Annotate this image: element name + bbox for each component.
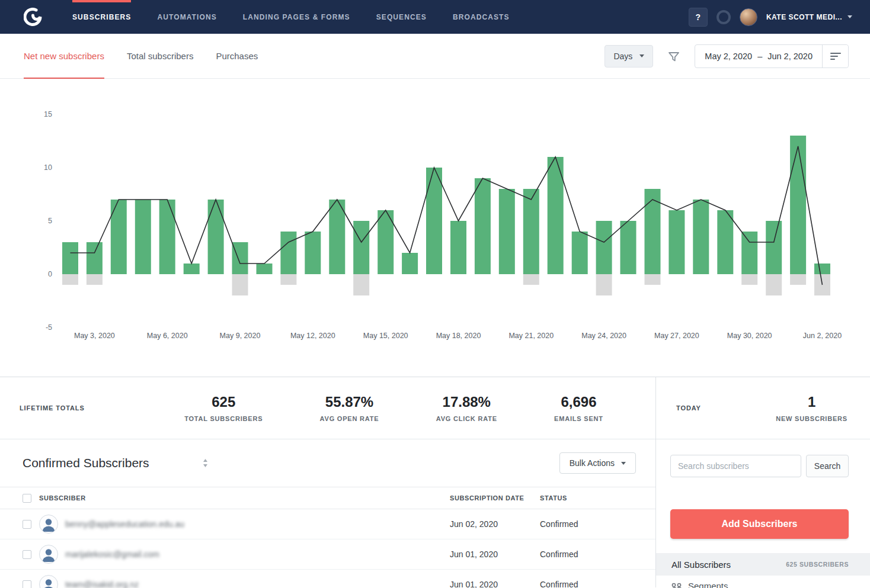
subscriber-email[interactable]: benny@appleseducation.edu.au: [65, 519, 443, 529]
stat-total-subscribers: 625 TOTAL SUBSCRIBERS: [184, 394, 263, 422]
search-input[interactable]: [670, 455, 801, 477]
subscription-date: Jun 01, 2020: [450, 550, 533, 559]
column-header-date: SUBSCRIPTION DATE: [450, 494, 533, 502]
chart-controls: Days May 2, 2020 – Jun 2, 2020: [604, 44, 849, 68]
select-all-checkbox[interactable]: [23, 494, 31, 503]
net-new-subscribers-chart[interactable]: 151050-5May 3, 2020May 6, 2020May 9, 202…: [0, 79, 870, 377]
stat-label: AVG CLICK RATE: [436, 415, 497, 422]
row-checkbox[interactable]: [23, 580, 31, 588]
nav-right-cluster: ? KATE SCOTT MEDI...: [689, 8, 852, 27]
subscriber-search: Search: [670, 455, 849, 477]
date-range-separator: –: [757, 52, 762, 61]
sort-lines-icon: [830, 52, 841, 61]
table-row[interactable]: marijalekosic@gmail.com Jun 01, 2020 Con…: [0, 539, 655, 570]
segments-icon: [671, 582, 682, 588]
add-subscribers-button[interactable]: Add Subscribers: [670, 509, 849, 539]
account-menu[interactable]: KATE SCOTT MEDI...: [766, 13, 852, 21]
status-value: Confirmed: [540, 519, 647, 529]
interval-select-value: Days: [613, 52, 632, 61]
date-range-control: May 2, 2020 – Jun 2, 2020: [695, 44, 849, 68]
nav-item-subscribers[interactable]: SUBSCRIBERS: [72, 0, 131, 34]
account-name: KATE SCOTT MEDI...: [766, 13, 842, 21]
nav-item-broadcasts[interactable]: BROADCASTS: [453, 0, 510, 34]
stat-avg-click-rate: 17.88% AVG CLICK RATE: [436, 394, 497, 422]
help-button[interactable]: ?: [689, 8, 708, 27]
svg-text:May 3, 2020: May 3, 2020: [74, 332, 115, 340]
svg-text:May 6, 2020: May 6, 2020: [147, 332, 188, 340]
svg-text:May 18, 2020: May 18, 2020: [436, 332, 481, 340]
svg-text:May 15, 2020: May 15, 2020: [363, 332, 408, 340]
stat-label: EMAILS SENT: [554, 415, 603, 422]
svg-text:0: 0: [48, 270, 52, 278]
tab-net-new-subscribers[interactable]: Net new subscribers: [24, 34, 104, 79]
nav-item-automations[interactable]: AUTOMATIONS: [157, 0, 216, 34]
date-range-start: May 2, 2020: [705, 52, 752, 61]
stat-value: 6,696: [554, 394, 603, 410]
subscriber-avatar-icon: [39, 545, 58, 564]
nav-item-landing-pages-forms[interactable]: LANDING PAGES & FORMS: [243, 0, 350, 34]
chart-canvas[interactable]: 151050-5May 3, 2020May 6, 2020May 9, 202…: [5, 79, 865, 357]
top-nav: SUBSCRIBERS AUTOMATIONS LANDING PAGES & …: [0, 0, 870, 34]
tab-purchases[interactable]: Purchases: [216, 34, 258, 79]
svg-text:May 12, 2020: May 12, 2020: [290, 332, 335, 340]
tab-total-subscribers[interactable]: Total subscribers: [127, 34, 194, 79]
svg-text:5: 5: [48, 217, 52, 225]
stat-value: 625: [184, 394, 263, 410]
sidebar-item-all-subscribers[interactable]: All Subscribers 625 SUBSCRIBERS: [656, 553, 870, 576]
logo-swirl-icon: [24, 8, 43, 27]
search-button[interactable]: Search: [806, 455, 849, 477]
bulk-actions-button[interactable]: Bulk Actions: [559, 452, 636, 474]
report-tab-bar: Net new subscribers Total subscribers Pu…: [0, 34, 870, 79]
chevron-down-icon: [847, 15, 852, 18]
interval-select[interactable]: Days: [604, 45, 653, 68]
sort-toggle-button[interactable]: [203, 458, 208, 468]
segments-label: Segments: [688, 581, 728, 588]
today-heading: TODAY: [676, 404, 701, 412]
table-row[interactable]: benny@appleseducation.edu.au Jun 02, 202…: [0, 509, 655, 539]
subscription-date: Jun 01, 2020: [450, 580, 533, 588]
row-checkbox[interactable]: [23, 520, 31, 529]
date-range-input[interactable]: May 2, 2020 – Jun 2, 2020: [695, 52, 822, 61]
main-column: LIFETIME TOTALS 625 TOTAL SUBSCRIBERS 55…: [0, 377, 655, 587]
lifetime-totals-heading: LIFETIME TOTALS: [20, 404, 114, 412]
stat-emails-sent: 6,696 EMAILS SENT: [554, 394, 603, 422]
table-row[interactable]: team@isakid.org.nz Jun 01, 2020 Confirme…: [0, 570, 655, 588]
list-title: Confirmed Subscribers: [23, 456, 149, 470]
stat-label: AVG OPEN RATE: [320, 415, 379, 422]
svg-text:Jun 2, 2020: Jun 2, 2020: [803, 332, 842, 340]
date-options-button[interactable]: [822, 45, 848, 68]
svg-text:May 30, 2020: May 30, 2020: [727, 332, 772, 340]
row-checkbox[interactable]: [23, 550, 31, 559]
sidebar-body: Search Add Subscribers All Subscribers 6…: [656, 439, 870, 588]
account-avatar[interactable]: [740, 8, 757, 26]
nav-item-sequences[interactable]: SEQUENCES: [376, 0, 427, 34]
svg-text:10: 10: [44, 163, 52, 172]
subscription-date: Jun 02, 2020: [450, 519, 533, 529]
chevron-down-icon: [621, 462, 626, 465]
bulk-actions-label: Bulk Actions: [570, 458, 615, 468]
sidebar-item-segments[interactable]: Segments: [656, 576, 870, 588]
filter-button[interactable]: [667, 50, 680, 63]
svg-text:May 24, 2020: May 24, 2020: [581, 332, 626, 340]
lower-panels: LIFETIME TOTALS 625 TOTAL SUBSCRIBERS 55…: [0, 377, 870, 587]
column-header-subscriber: SUBSCRIBER: [39, 494, 443, 502]
date-range-end: Jun 2, 2020: [767, 52, 813, 61]
subscriber-email[interactable]: marijalekosic@gmail.com: [65, 550, 443, 559]
svg-text:-5: -5: [46, 323, 52, 332]
table-header-row: SUBSCRIBER SUBSCRIPTION DATE STATUS: [0, 487, 655, 509]
subscriber-avatar-icon: [39, 515, 58, 534]
svg-text:15: 15: [44, 110, 52, 118]
status-value: Confirmed: [540, 550, 647, 559]
lifetime-totals-row: LIFETIME TOTALS 625 TOTAL SUBSCRIBERS 55…: [0, 377, 655, 439]
stat-label: NEW SUBSCRIBERS: [776, 415, 847, 422]
all-subscribers-label: All Subscribers: [671, 560, 731, 570]
svg-text:May 21, 2020: May 21, 2020: [508, 332, 554, 340]
progress-ring-icon: [717, 10, 731, 24]
primary-nav: SUBSCRIBERS AUTOMATIONS LANDING PAGES & …: [72, 0, 536, 34]
all-subscribers-count: 625 SUBSCRIBERS: [786, 561, 849, 568]
stat-avg-open-rate: 55.87% AVG OPEN RATE: [320, 394, 379, 422]
status-value: Confirmed: [540, 580, 647, 588]
svg-text:May 27, 2020: May 27, 2020: [654, 332, 699, 340]
subscriber-email[interactable]: team@isakid.org.nz: [65, 580, 443, 588]
convertkit-logo[interactable]: [24, 8, 43, 27]
